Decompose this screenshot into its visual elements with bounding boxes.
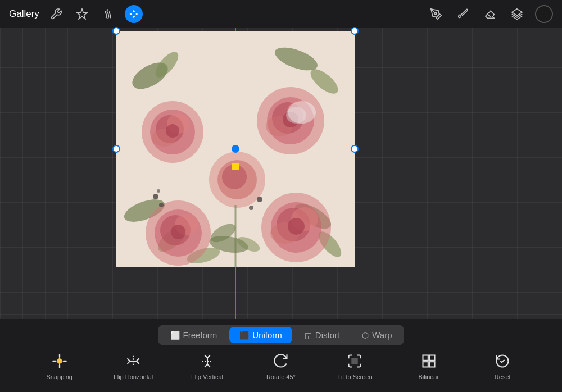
transform-icon[interactable] (125, 5, 143, 23)
center-anchor[interactable] (232, 163, 239, 170)
orange-extend-left-bottom (0, 267, 116, 267)
distort-icon: ◱ (305, 331, 312, 340)
top-toolbar: Gallery (0, 0, 562, 28)
svg-point-0 (434, 12, 437, 15)
uniform-mode-button[interactable]: ⬛ Uniform (229, 327, 292, 343)
handle-mid-left[interactable] (112, 145, 120, 153)
liquify-icon[interactable] (99, 5, 117, 23)
gallery-label[interactable]: Gallery (9, 8, 39, 20)
fit-to-screen-label: Fit to Screen (337, 373, 372, 380)
svg-point-32 (171, 225, 185, 239)
bilinear-tool[interactable]: Bilinear (406, 351, 451, 380)
fit-to-screen-tool[interactable]: Fit to Screen (332, 351, 377, 380)
snapping-icon (49, 351, 70, 371)
snapping-label: Snapping (46, 373, 72, 380)
uniform-icon: ⬛ (239, 331, 249, 340)
svg-point-42 (153, 194, 158, 199)
svg-rect-57 (429, 362, 434, 367)
svg-point-46 (249, 206, 253, 210)
rotate-45-label: Rotate 45° (266, 373, 296, 380)
svg-point-44 (157, 189, 160, 193)
reset-label: Reset (495, 373, 511, 380)
warp-mode-button[interactable]: ⬡ Warp (352, 327, 402, 343)
svg-point-27 (286, 107, 306, 124)
distort-label: Distort (315, 330, 339, 340)
orange-extend-left-top (0, 31, 116, 31)
handle-mid-center[interactable] (232, 145, 239, 153)
freeform-label: Freeform (183, 330, 217, 340)
reset-icon (492, 351, 513, 371)
svg-point-45 (257, 197, 262, 202)
svg-point-38 (288, 218, 305, 235)
uniform-label: Uniform (252, 330, 282, 340)
fit-to-screen-icon (345, 351, 365, 371)
flip-vertical-icon (197, 351, 217, 371)
wrench-icon[interactable] (47, 5, 65, 23)
handle-mid-right[interactable] (351, 145, 359, 153)
handle-top-left[interactable] (112, 27, 120, 35)
canvas-area (0, 0, 562, 319)
bottom-toolbar: ⬜ Freeform ⬛ Uniform ◱ Distort ⬡ Warp (0, 319, 562, 392)
reset-tool[interactable]: Reset (480, 351, 525, 380)
snapping-tool[interactable]: Snapping (37, 351, 82, 380)
warp-label: Warp (372, 330, 392, 340)
top-left-tools: Gallery (9, 5, 143, 23)
top-right-tools (427, 5, 553, 23)
flip-vertical-label: Flip Vertical (191, 373, 223, 380)
tools-row: Snapping Flip Horizontal (0, 351, 562, 380)
magic-icon[interactable] (73, 5, 91, 23)
eraser-icon[interactable] (481, 5, 499, 23)
flip-horizontal-label: Flip Horizontal (114, 373, 153, 380)
bilinear-label: Bilinear (418, 373, 439, 380)
avatar[interactable] (535, 5, 553, 23)
flip-vertical-tool[interactable]: Flip Vertical (185, 351, 230, 380)
freeform-mode-button[interactable]: ⬜ Freeform (160, 327, 228, 343)
warp-icon: ⬡ (362, 331, 369, 340)
brush-tool-icon[interactable] (454, 5, 472, 23)
freeform-icon: ⬜ (170, 331, 180, 340)
flip-horizontal-tool[interactable]: Flip Horizontal (111, 351, 156, 380)
layers-icon[interactable] (508, 5, 526, 23)
handle-top-right[interactable] (351, 27, 359, 35)
svg-point-19 (166, 124, 179, 138)
distort-mode-button[interactable]: ◱ Distort (294, 327, 350, 343)
svg-rect-56 (423, 362, 428, 367)
mode-selector: ⬜ Freeform ⬛ Uniform ◱ Distort ⬡ Warp (158, 325, 405, 345)
bilinear-icon (419, 351, 439, 371)
svg-point-43 (159, 203, 164, 207)
svg-rect-54 (423, 355, 428, 361)
svg-rect-55 (429, 355, 434, 361)
orange-extend-right-bottom (355, 267, 562, 267)
svg-rect-53 (352, 358, 357, 363)
orange-extend-right-top (355, 31, 562, 31)
rotate-45-icon (271, 351, 291, 371)
rotate-45-tool[interactable]: Rotate 45° (259, 351, 303, 380)
flip-horizontal-icon (123, 351, 143, 371)
pen-tool-icon[interactable] (427, 5, 445, 23)
